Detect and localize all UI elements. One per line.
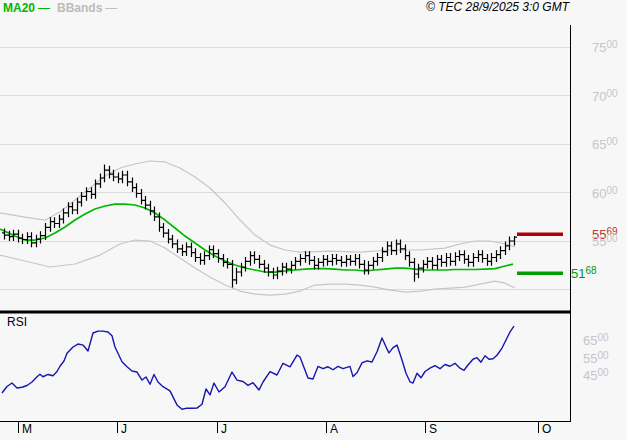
month-label: J xyxy=(121,423,127,435)
rsi-axis-label: 4500 xyxy=(583,368,609,382)
chart-canvas xyxy=(0,0,627,440)
rsi-title: RSI xyxy=(7,315,27,329)
legend-dash: — xyxy=(38,1,50,15)
price-axis-label: 5168 xyxy=(571,266,597,280)
price-axis-label: 6500 xyxy=(592,137,618,151)
month-label: A xyxy=(330,423,338,435)
rsi-axis-label: 6500 xyxy=(583,333,609,347)
legend-label: MA20 xyxy=(3,1,35,15)
price-axis-label: 5500 xyxy=(592,234,618,248)
month-label: J xyxy=(221,423,227,435)
ohlc-bars xyxy=(2,164,517,287)
legend: MA20—BBands— xyxy=(3,2,117,15)
copyright-text: © TEC 28/9/2025 3:0 GMT xyxy=(426,1,569,14)
stock-chart: MA20—BBands— © TEC 28/9/2025 3:0 GMT RSI… xyxy=(0,0,627,440)
legend-item-bbands: BBands— xyxy=(57,2,117,15)
month-label: O xyxy=(542,423,551,435)
price-axis-label: 6000 xyxy=(592,186,618,200)
rsi-line xyxy=(2,326,514,409)
legend-label: BBands xyxy=(57,1,102,15)
month-label: M xyxy=(22,423,32,435)
price-axis-label: 7000 xyxy=(592,89,618,103)
legend-item-ma20: MA20— xyxy=(3,2,50,15)
panel-separator xyxy=(0,311,571,314)
rsi-axis-label: 5500 xyxy=(583,351,609,365)
month-label: S xyxy=(429,423,437,435)
price-axis-label: 7500 xyxy=(592,40,618,54)
legend-dash: — xyxy=(105,1,117,15)
